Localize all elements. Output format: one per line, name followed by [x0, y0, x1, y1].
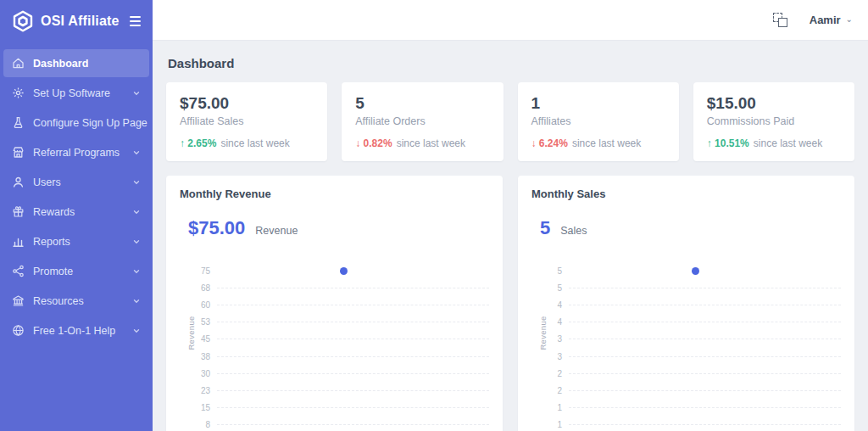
y-tick-label: 15 [190, 403, 210, 412]
home-icon [12, 57, 25, 70]
gift-icon [12, 205, 25, 218]
stat-card-affiliates: 1 Affiliates ↓ 6.24%since last week [518, 82, 679, 161]
chevron-down-icon [132, 327, 141, 335]
y-tick-row: 1 [542, 400, 841, 417]
grid-line [569, 339, 841, 339]
brand: OSI Affiliate [0, 0, 153, 44]
sidebar-item-label: Dashboard [33, 58, 141, 70]
sidebar-item-dashboard[interactable]: Dashboard [3, 49, 149, 77]
chevron-down-icon [132, 238, 141, 246]
grid-line [217, 373, 489, 374]
trend-up-icon-and-pct: ↑ 2.65% [180, 137, 216, 149]
user-icon [12, 176, 25, 188]
sidebar-item-users[interactable]: Users [0, 168, 153, 196]
y-tick-label: 23 [190, 386, 210, 395]
y-tick-row: 60 [190, 296, 489, 313]
y-tick-row: 53 [190, 314, 489, 331]
y-tick-row: 2 [542, 382, 841, 399]
sidebar-item-label: Set Up Software [33, 87, 124, 99]
grid-line [217, 356, 489, 357]
topbar: Aamir ⌄ [153, 0, 868, 41]
grid-line [569, 322, 841, 322]
sidebar-item-label: Reports [33, 236, 124, 248]
bank-icon [12, 294, 25, 307]
sidebar-item-label: Free 1-On-1 Help [33, 325, 124, 337]
y-tick-row: 3 [542, 331, 841, 348]
chevron-down-icon: ⌄ [846, 14, 853, 24]
delta-note: since last week [754, 137, 822, 149]
y-tick-row: 2 [542, 365, 841, 382]
chart-headline: $75.00 Revenue [188, 217, 489, 239]
user-menu[interactable]: Aamir ⌄ [810, 14, 853, 26]
hamburger-menu-icon[interactable] [128, 14, 142, 28]
data-point[interactable] [692, 267, 699, 275]
chart-title: Monthly Sales [531, 188, 841, 200]
stat-card-affiliate-sales: $75.00 Affiliate Sales ↑ 2.65%since last… [166, 82, 327, 161]
stat-label: Affiliates [531, 115, 665, 127]
stat-value: $75.00 [180, 94, 314, 113]
sidebar-item-label: Promote [33, 266, 124, 277]
grid-line [217, 424, 489, 425]
sidebar-item-configure-sign-up-page[interactable]: Configure Sign Up Page [0, 109, 153, 137]
line-chart-plot: Revenue 7568605345383023158 [180, 262, 489, 431]
sidebar-item-reports[interactable]: Reports [0, 227, 153, 255]
stat-cards-row: $75.00 Affiliate Sales ↑ 2.65%since last… [166, 82, 854, 161]
fullscreen-icon[interactable] [773, 13, 787, 27]
sidebar-item-set-up-software[interactable]: Set Up Software [0, 79, 153, 107]
y-axis-ticks: 5544332211 [542, 262, 841, 431]
y-tick-label: 38 [190, 352, 210, 361]
line-chart-plot: Revenue 5544332211 [531, 262, 841, 431]
grid-line [217, 390, 489, 391]
trend-down-icon-and-pct: ↓ 0.82% [355, 137, 392, 149]
stat-label: Affiliate Sales [180, 115, 314, 127]
grid-line [569, 424, 841, 425]
sidebar-nav: DashboardSet Up SoftwareConfigure Sign U… [0, 49, 153, 346]
y-tick-label: 68 [190, 283, 210, 293]
grid-line [217, 288, 489, 288]
y-tick-label: 1 [542, 420, 562, 429]
data-point[interactable] [340, 267, 348, 275]
trend-up-icon-and-pct: ↑ 10.51% [707, 137, 749, 149]
y-tick-label: 8 [190, 420, 210, 429]
stat-value: 5 [355, 94, 489, 113]
y-tick-label: 5 [542, 266, 562, 276]
y-tick-row: 68 [190, 279, 489, 296]
stat-card-affiliate-orders: 5 Affiliate Orders ↓ 0.82%since last wee… [342, 82, 503, 161]
y-tick-row: 1 [542, 417, 841, 431]
y-tick-row: 38 [190, 348, 489, 365]
y-tick-label: 1 [542, 403, 562, 412]
y-tick-label: 3 [542, 352, 562, 361]
sidebar-item-rewards[interactable]: Rewards [0, 198, 153, 226]
stat-label: Commissions Paid [707, 115, 841, 127]
app-root: OSI Affiliate DashboardSet Up SoftwareCo… [0, 0, 868, 431]
grid-line [217, 305, 489, 305]
main-area: Aamir ⌄ Dashboard $75.00 Affiliate Sales… [153, 0, 868, 431]
sidebar-item-resources[interactable]: Resources [0, 287, 153, 315]
delta-note: since last week [220, 137, 289, 149]
sidebar-item-promote[interactable]: Promote [0, 257, 153, 285]
flask-icon [12, 116, 25, 129]
sidebar-item-label: Resources [33, 295, 124, 307]
y-tick-label: 2 [542, 386, 562, 395]
stat-value: 1 [531, 94, 665, 113]
share-icon [12, 265, 25, 277]
sidebar-item-referral-programs[interactable]: Referral Programs [0, 138, 153, 166]
sidebar-item-free-1-on-1-help[interactable]: Free 1-On-1 Help [0, 316, 153, 344]
chart-headline-value: $75.00 [188, 217, 245, 239]
monthly-sales-chart-card: Monthly Sales 5 Sales Revenue 5544332211 [518, 176, 854, 431]
y-tick-row: 23 [190, 382, 489, 399]
stat-delta: ↑ 10.51%since last week [707, 137, 841, 149]
y-tick-row: 15 [190, 400, 489, 417]
y-tick-label: 60 [190, 300, 210, 310]
stat-delta: ↑ 2.65%since last week [180, 137, 314, 149]
user-name: Aamir [810, 14, 841, 26]
y-tick-label: 30 [190, 369, 210, 378]
trend-down-icon-and-pct: ↓ 6.24% [531, 137, 568, 149]
sidebar-item-label: Users [33, 176, 124, 188]
grid-line [569, 407, 841, 408]
chart-series-label: Revenue [255, 225, 298, 237]
sidebar-item-label: Referral Programs [33, 147, 124, 159]
grid-line [569, 390, 841, 391]
delta-note: since last week [572, 137, 641, 149]
brand-name: OSI Affiliate [41, 14, 121, 29]
